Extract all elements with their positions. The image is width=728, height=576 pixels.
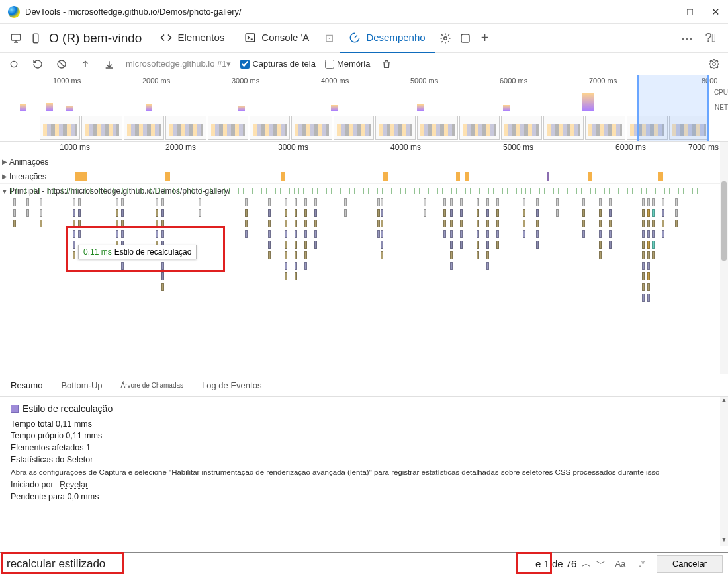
tab-elements[interactable]: Elementos <box>151 24 234 53</box>
reveal-link[interactable]: Revelar <box>60 480 88 489</box>
gc-button[interactable] <box>379 57 394 71</box>
memory-input[interactable] <box>325 60 334 69</box>
maximize-button[interactable]: □ <box>687 6 693 18</box>
svg-rect-4 <box>461 34 469 42</box>
svg-rect-0 <box>11 34 21 40</box>
svg-point-5 <box>11 61 17 67</box>
total-time: Tempo total 0,11 mms <box>11 419 717 429</box>
svg-point-3 <box>443 36 447 40</box>
flame-scrollbar[interactable] <box>720 142 728 374</box>
selector-note: Abra as configurações de Captura e selec… <box>11 468 717 476</box>
tab-app-icon[interactable] <box>456 29 475 48</box>
screenshots-input[interactable] <box>240 60 250 69</box>
svg-rect-2 <box>246 34 255 42</box>
tabbar-right: ⋯ ?⃝ <box>681 31 721 46</box>
search-next-button[interactable]: ﹀ <box>594 558 608 570</box>
window-titlebar: DevTools - microsoftedge.github.io/Demos… <box>0 0 728 24</box>
capture-settings-button[interactable] <box>707 57 721 71</box>
interaction-bars <box>49 169 728 183</box>
welcome-tab[interactable]: O (R) bem-vindo <box>46 31 150 46</box>
svg-point-7 <box>713 63 715 65</box>
inspect-icon[interactable] <box>7 29 25 48</box>
tab-add-icon[interactable]: + <box>476 29 494 48</box>
color-swatch <box>11 405 19 413</box>
tab-console-label: Console 'A <box>261 32 309 43</box>
detail-tabs: Resumo Bottom-Up Árvore de Chamadas Log … <box>0 374 728 397</box>
search-input[interactable] <box>0 553 535 575</box>
devtools-tabbar: O (R) bem-vindo Elementos Console 'A ⊡ D… <box>0 24 728 53</box>
upload-button[interactable] <box>78 57 93 71</box>
pending-for: Pendente para 0,0 mms <box>11 492 717 501</box>
recording-url[interactable]: microsoftedge.github.io #1▾ <box>126 59 231 69</box>
overview-ruler: 1000 ms 2000 ms 3000 ms 4000 ms 5000 ms … <box>0 75 728 87</box>
tooltip-duration: 0.11 ms <box>83 247 112 257</box>
track-interactions[interactable]: ▶ Interações <box>0 169 728 184</box>
summary-title: Estilo de recalculação <box>23 403 113 414</box>
window-controls: — □ ✕ <box>659 6 720 18</box>
download-button[interactable] <box>102 57 116 71</box>
tab-extra-icon[interactable]: ⊡ <box>320 29 338 48</box>
match-case-toggle[interactable]: Aa <box>608 559 632 569</box>
record-button[interactable] <box>7 57 21 71</box>
window-title: DevTools - microsoftedge.github.io/Demos… <box>25 7 242 17</box>
device-icon[interactable] <box>26 29 45 48</box>
overview-panel[interactable]: 1000 ms 2000 ms 3000 ms 4000 ms 5000 ms … <box>0 75 728 142</box>
tab-elements-label: Elementos <box>177 32 224 43</box>
tab-calltree[interactable]: Árvore de Chamadas <box>121 382 184 389</box>
search-bar: e 1 de 76 ︿ ﹀ Aa .* Cancelar <box>0 552 728 575</box>
help-icon[interactable]: ?⃝ <box>705 31 716 46</box>
scroll-down-icon[interactable]: ▼ <box>720 536 728 546</box>
tab-console[interactable]: Console 'A <box>235 24 318 53</box>
perf-toolbar: microsoftedge.github.io #1▾ Capturas de … <box>0 53 728 75</box>
filmstrip <box>40 116 709 141</box>
more-icon[interactable]: ⋯ <box>681 31 693 46</box>
tooltip-label: Estilo de recalculação <box>114 247 192 257</box>
tab-summary[interactable]: Resumo <box>11 380 42 390</box>
tab-settings-icon[interactable] <box>436 29 455 48</box>
tab-bottomup[interactable]: Bottom-Up <box>61 380 102 390</box>
initiated-by: Iniciado por Revelar <box>11 480 717 489</box>
selector-stats: Estatísticas do Seletor <box>11 455 717 464</box>
app-icon <box>8 6 20 18</box>
summary-header: Estilo de recalculação <box>11 403 717 414</box>
self-time: Tempo próprio 0,11 mms <box>11 431 717 440</box>
scroll-up-icon[interactable]: ▲ <box>720 397 728 406</box>
expand-icon[interactable]: ▶ <box>0 158 9 165</box>
search-cancel-button[interactable]: Cancelar <box>657 555 723 573</box>
flame-tooltip: 0.11 msEstilo de recalculação <box>78 245 197 259</box>
search-prefix: e <box>535 558 541 569</box>
overview-brush[interactable] <box>637 75 709 141</box>
screenshots-checkbox[interactable]: Capturas de tela <box>240 59 315 69</box>
track-animations[interactable]: ▶ Animações <box>0 155 728 169</box>
reload-button[interactable] <box>30 57 45 71</box>
tab-performance-label: Desempenho <box>366 32 425 43</box>
elements-affected: Elementos afetados 1 <box>11 443 717 452</box>
expand-icon[interactable]: ▶ <box>0 173 9 180</box>
flame-ruler: 1000 ms 2000 ms 3000 ms 4000 ms 5000 ms … <box>0 142 728 155</box>
search-count: 1 de 76 <box>541 558 579 569</box>
svg-rect-1 <box>33 34 38 43</box>
close-button[interactable]: ✕ <box>711 6 720 18</box>
scrollbar-thumb[interactable] <box>721 181 727 261</box>
tab-performance[interactable]: Desempenho <box>340 24 434 53</box>
cpu-band <box>0 91 709 111</box>
memory-checkbox[interactable]: Memória <box>325 59 371 69</box>
regex-toggle[interactable]: .* <box>632 559 651 569</box>
flame-chart[interactable] <box>0 185 720 374</box>
flame-area[interactable]: 1000 ms 2000 ms 3000 ms 4000 ms 5000 ms … <box>0 142 728 374</box>
overview-labels: CPU NET <box>707 89 728 111</box>
minimize-button[interactable]: — <box>659 6 668 18</box>
tab-events[interactable]: Log de Eventos <box>202 380 261 390</box>
clear-button[interactable] <box>54 57 69 71</box>
summary-panel: Estilo de recalculação Tempo total 0,11 … <box>0 397 728 546</box>
summary-scrollbar[interactable]: ▲ ▼ <box>720 397 728 546</box>
search-prev-button[interactable]: ︿ <box>579 558 594 570</box>
